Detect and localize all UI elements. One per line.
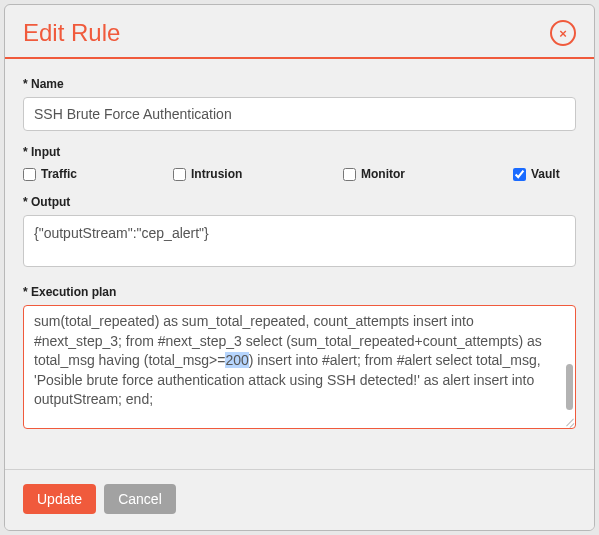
name-label: * Name	[23, 77, 576, 91]
output-label: * Output	[23, 195, 576, 209]
execution-plan-textarea[interactable]: sum(total_repeated) as sum_total_repeate…	[23, 305, 576, 429]
modal-title: Edit Rule	[23, 19, 120, 47]
name-group: * Name	[23, 77, 576, 131]
resize-handle-icon[interactable]	[562, 415, 574, 427]
modal-header: Edit Rule ×	[5, 5, 594, 57]
close-button[interactable]: ×	[550, 20, 576, 46]
checkbox-intrusion[interactable]: Intrusion	[173, 167, 343, 181]
checkbox-vault-label: Vault	[531, 167, 560, 181]
input-label: * Input	[23, 145, 576, 159]
edit-rule-modal: Edit Rule × * Name * Input Traffic Intru…	[4, 4, 595, 531]
checkbox-traffic-label: Traffic	[41, 167, 77, 181]
update-button[interactable]: Update	[23, 484, 96, 514]
output-textarea[interactable]: {"outputStream":"cep_alert"}	[23, 215, 576, 267]
execution-plan-label: * Execution plan	[23, 285, 576, 299]
checkbox-vault[interactable]: Vault	[513, 167, 576, 181]
modal-footer: Update Cancel	[5, 469, 594, 530]
scrollbar-thumb[interactable]	[566, 364, 573, 410]
checkbox-traffic-box[interactable]	[23, 168, 36, 181]
name-input[interactable]	[23, 97, 576, 131]
checkbox-traffic[interactable]: Traffic	[23, 167, 173, 181]
input-group: * Input Traffic Intrusion Monitor Vault	[23, 145, 576, 181]
checkbox-monitor-label: Monitor	[361, 167, 405, 181]
checkbox-monitor-box[interactable]	[343, 168, 356, 181]
cancel-button[interactable]: Cancel	[104, 484, 176, 514]
checkbox-vault-box[interactable]	[513, 168, 526, 181]
execution-plan-group: * Execution plan sum(total_repeated) as …	[23, 285, 576, 429]
modal-body: * Name * Input Traffic Intrusion Monitor	[5, 59, 594, 455]
checkbox-monitor[interactable]: Monitor	[343, 167, 513, 181]
output-group: * Output {"outputStream":"cep_alert"}	[23, 195, 576, 271]
checkbox-intrusion-box[interactable]	[173, 168, 186, 181]
execution-plan-content: sum(total_repeated) as sum_total_repeate…	[34, 312, 565, 410]
checkbox-intrusion-label: Intrusion	[191, 167, 242, 181]
input-options: Traffic Intrusion Monitor Vault	[23, 165, 576, 181]
close-icon: ×	[559, 27, 567, 40]
exec-highlight: 200	[225, 352, 248, 368]
